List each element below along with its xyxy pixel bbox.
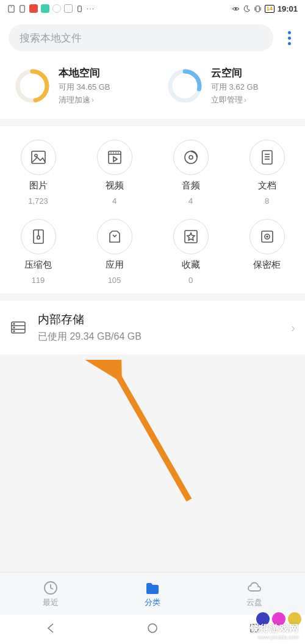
nav-recent-button[interactable] [248,622,260,637]
app-badge-4-icon [64,4,73,13]
svg-point-19 [118,152,118,153]
status-right: 14 19:01 [232,4,298,13]
category-count: 1,723 [28,196,48,206]
svg-point-4 [235,8,237,10]
category-label: 压缩包 [24,259,52,271]
chevron-right-icon: › [244,96,246,104]
tab-category[interactable]: 分类 [102,580,204,608]
annotation-arrow-icon [49,360,207,518]
svg-rect-12 [32,151,45,163]
category-safe[interactable]: 保密柜 [229,219,305,285]
svg-point-36 [13,323,15,324]
category-count: 8 [265,196,269,206]
category-favorites[interactable]: 收藏 0 [152,219,229,285]
chevron-right-icon: › [92,96,94,104]
svg-rect-41 [251,624,258,632]
video-icon [97,140,132,175]
local-storage-available: 可用 34.65 GB [59,82,110,93]
category-count: 105 [108,276,121,285]
tab-label: 云盘 [246,597,262,608]
safe-icon [249,219,285,254]
category-count: 4 [188,196,193,206]
clock-icon [43,580,59,596]
app-badge-2-icon [41,4,49,13]
internal-storage-row[interactable]: 内部存储 已使用 29.34 GB/64 GB › [0,301,305,354]
tab-label: 分类 [145,597,160,608]
notification-icon [7,5,15,13]
cloud-storage-ring-icon [167,68,203,104]
category-count: 0 [188,276,193,285]
bottom-tab-bar: 最近 分类 云盘 [0,572,305,615]
category-docs[interactable]: 文档 8 [229,140,305,206]
document-icon [249,140,285,175]
svg-rect-22 [262,151,272,164]
cloud-storage-available: 可用 3.62 GB [211,82,258,93]
category-label: 保密柜 [253,259,281,271]
status-left: ··· [7,4,95,13]
battery-level: 14 [265,5,274,13]
search-placeholder: 搜索本地文件 [20,31,82,45]
storage-drive-icon [10,319,27,336]
cloud-storage-action[interactable]: 立即管理› [211,95,258,106]
category-count: 4 [112,196,117,206]
category-count: 119 [32,276,45,285]
category-apps[interactable]: 应用 105 [76,219,152,285]
category-audio[interactable]: 音频 4 [152,140,229,206]
svg-rect-28 [37,236,40,239]
audio-icon [173,140,209,175]
tab-label: 最近 [43,597,59,608]
category-images[interactable]: 图片 1,723 [0,140,76,206]
search-row: 搜索本地文件 [0,17,305,62]
category-label: 应用 [106,259,124,271]
svg-rect-2 [20,5,24,12]
svg-point-16 [110,152,111,153]
app-badge-1-icon [29,4,38,13]
nav-back-button[interactable] [45,622,57,637]
cloud-storage-card[interactable]: 云空间 可用 3.62 GB 立即管理› [152,66,305,106]
category-label: 收藏 [182,259,200,271]
sim-icon [18,5,26,13]
android-nav-bar [0,615,305,644]
svg-rect-5 [256,5,259,11]
star-icon [173,219,209,254]
nav-home-button[interactable] [146,622,159,637]
dnd-moon-icon [243,5,251,13]
overflow-menu-button[interactable] [282,31,296,45]
local-storage-title: 本地空间 [59,66,110,80]
eye-comfort-icon [232,5,240,13]
svg-point-17 [113,152,113,153]
cloud-storage-title: 云空间 [211,66,258,80]
svg-point-37 [13,327,15,328]
svg-point-40 [148,624,157,632]
local-storage-ring-icon [15,68,50,104]
svg-point-1 [11,6,12,7]
svg-rect-3 [78,5,82,11]
status-bar: ··· 14 19:01 [0,0,305,17]
svg-line-42 [116,372,189,500]
local-storage-action[interactable]: 清理加速› [59,95,110,106]
status-time: 19:01 [278,4,298,13]
category-section: 图片 1,723 视频 4 音频 4 文档 8 压缩包 119 应用 105 [0,126,305,293]
search-input[interactable]: 搜索本地文件 [9,24,273,51]
svg-point-21 [189,156,193,159]
image-icon [21,140,56,175]
internal-storage-usage: 已使用 29.34 GB/64 GB [38,331,280,343]
battery-small-icon [76,5,84,13]
category-label: 视频 [106,180,124,191]
category-video[interactable]: 视频 4 [76,140,152,206]
app-badge-3-icon [52,4,61,13]
category-label: 音频 [182,180,200,191]
local-storage-card[interactable]: 本地空间 可用 34.65 GB 清理加速› [0,66,152,106]
internal-storage-title: 内部存储 [38,312,280,327]
archive-icon [21,219,56,254]
category-label: 图片 [29,180,48,191]
category-archives[interactable]: 压缩包 119 [0,219,76,285]
svg-point-38 [13,331,15,332]
tab-cloud[interactable]: 云盘 [203,580,305,608]
category-label: 文档 [258,180,276,191]
svg-point-18 [115,152,116,153]
svg-point-13 [35,154,37,157]
chevron-right-icon: › [291,321,295,335]
cloud-icon [246,580,262,596]
tab-recent[interactable]: 最近 [0,580,102,608]
